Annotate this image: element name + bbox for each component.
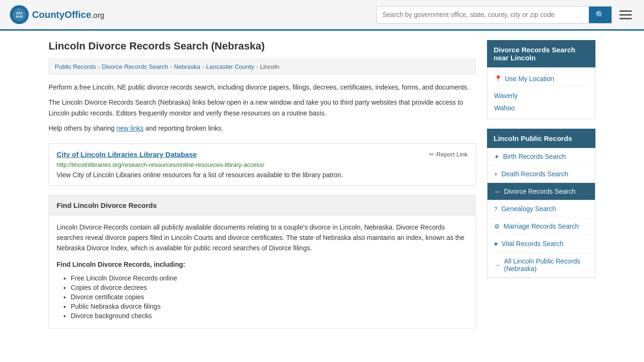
vital-icon: ♥ <box>494 240 498 247</box>
public-records-section: Lincoln Public Records ✦ Birth Records S… <box>487 129 595 278</box>
use-location-label: Use My Location <box>505 75 554 82</box>
divorce-records-link: Divorce Records Search <box>504 188 576 195</box>
sidebar-item-all-records[interactable]: → All Lincoln Public Records (Nebraska) <box>487 253 595 278</box>
header-right: 🔍 <box>376 6 635 24</box>
marriage-icon: ⚙ <box>494 223 500 230</box>
find-section: Find Lincoln Divorce Records Lincoln Div… <box>49 195 476 329</box>
svg-text:⚖: ⚖ <box>16 10 23 19</box>
sidebar-item-divorce-records[interactable]: ↔ Divorce Records Search <box>487 183 595 200</box>
nearby-wahoo[interactable]: Wahoo <box>494 102 588 114</box>
find-section-body: Lincoln Divorce Records contain all publ… <box>49 215 475 329</box>
nearby-waverly[interactable]: Waverly <box>494 90 588 102</box>
page-title: Lincoln Divorce Records Search (Nebraska… <box>49 40 476 52</box>
near-section: Divorce Records Search near Lincoln 📍 Us… <box>487 40 595 119</box>
genealogy-link[interactable]: Genealogy Search <box>501 205 556 213</box>
menu-button[interactable] <box>617 8 635 22</box>
marriage-records-link[interactable]: Marriage Records Search <box>504 222 579 230</box>
main-container: Lincoln Divorce Records Search (Nebraska… <box>39 31 605 338</box>
list-item: Divorce certificate copies <box>71 293 468 301</box>
site-header: ⚖ CountyOffice.org 🔍 <box>0 0 644 31</box>
breadcrumb-sep-2: › <box>170 63 172 70</box>
record-card-title[interactable]: City of Lincoln Libraries Library Databa… <box>57 150 197 158</box>
search-icon: 🔍 <box>595 10 605 19</box>
all-records-link[interactable]: All Lincoln Public Records (Nebraska) <box>504 257 588 272</box>
find-section-subheading: Find Lincoln Divorce Records, including: <box>57 259 468 270</box>
sidebar-item-marriage-records[interactable]: ⚙ Marriage Records Search <box>487 218 595 235</box>
location-icon: 📍 <box>494 75 502 82</box>
record-card: City of Lincoln Libraries Library Databa… <box>49 143 476 186</box>
record-card-url[interactable]: http://lincolnlibraries.org/research-res… <box>57 161 468 168</box>
search-bar: 🔍 <box>376 6 612 24</box>
sidebar-item-birth-records[interactable]: ✦ Birth Records Search <box>487 148 595 165</box>
sidebar: Divorce Records Search near Lincoln 📍 Us… <box>487 40 595 329</box>
birth-icon: ✦ <box>494 153 499 160</box>
find-section-list: Free Lincoln Divorce Records online Copi… <box>57 274 468 320</box>
birth-records-link[interactable]: Birth Records Search <box>503 153 566 160</box>
breadcrumb-sep-1: › <box>98 63 99 70</box>
breadcrumb-public-records[interactable]: Public Records <box>55 63 96 70</box>
new-links-link[interactable]: new links <box>116 124 144 132</box>
vital-records-link[interactable]: Vital Records Search <box>502 240 563 247</box>
list-item: Copies of divorce decrees <box>71 284 468 291</box>
menu-line-1 <box>619 10 632 12</box>
breadcrumb-sep-4: › <box>256 63 258 70</box>
near-box: 📍 Use My Location Waverly Wahoo <box>487 67 595 119</box>
public-records-title: Lincoln Public Records <box>487 129 595 148</box>
menu-line-3 <box>619 18 632 19</box>
description-1: Perform a free Lincoln, NE public divorc… <box>49 82 476 92</box>
breadcrumb: Public Records › Divorce Records Search … <box>49 59 476 74</box>
content-area: Lincoln Divorce Records Search (Nebraska… <box>49 40 476 329</box>
list-item: Divorce background checks <box>71 312 468 320</box>
use-my-location[interactable]: 📍 Use My Location <box>494 72 588 86</box>
public-records-box: ✦ Birth Records Search + Death Records S… <box>487 148 595 278</box>
find-section-body-text: Lincoln Divorce Records contain all publ… <box>57 222 468 254</box>
near-title: Divorce Records Search near Lincoln <box>487 40 595 67</box>
logo-text: CountyOffice.org <box>32 9 104 20</box>
report-link-label: Report Link <box>437 151 468 158</box>
description-3: Help others by sharing new links and rep… <box>49 123 476 133</box>
menu-line-2 <box>619 14 632 16</box>
all-records-icon: → <box>494 262 500 269</box>
record-card-desc: View City of Lincoln Libraries online re… <box>57 171 468 179</box>
logo-icon: ⚖ <box>9 5 29 25</box>
sidebar-item-death-records[interactable]: + Death Records Search <box>487 165 595 183</box>
desc3-post: and reporting broken links. <box>144 124 223 132</box>
list-item: Free Lincoln Divorce Records online <box>71 274 468 282</box>
breadcrumb-lancaster-county[interactable]: Lancaster County <box>206 63 254 70</box>
find-section-header: Find Lincoln Divorce Records <box>49 196 475 215</box>
sidebar-item-genealogy[interactable]: ? Genealogy Search <box>487 200 595 218</box>
genealogy-icon: ? <box>494 206 497 213</box>
breadcrumb-divorce-records-search[interactable]: Divorce Records Search <box>102 63 168 70</box>
breadcrumb-lincoln: Lincoln <box>260 63 279 70</box>
breadcrumb-sep-3: › <box>202 63 204 70</box>
divorce-icon: ↔ <box>494 188 500 195</box>
search-input[interactable] <box>377 7 589 22</box>
desc3-pre: Help others by sharing <box>49 124 116 132</box>
logo-area: ⚖ CountyOffice.org <box>9 5 104 25</box>
list-item: Public Nebraska divorce filings <box>71 303 468 310</box>
search-button[interactable]: 🔍 <box>589 7 611 23</box>
death-icon: + <box>494 171 498 178</box>
sidebar-item-vital-records[interactable]: ♥ Vital Records Search <box>487 235 595 253</box>
description-2: The Lincoln Divorce Records Search (Nebr… <box>49 97 476 118</box>
scissors-icon: ✂ <box>429 151 434 158</box>
death-records-link[interactable]: Death Records Search <box>502 170 569 178</box>
report-link[interactable]: ✂ Report Link <box>429 151 468 158</box>
breadcrumb-nebraska[interactable]: Nebraska <box>174 63 200 70</box>
record-card-header: City of Lincoln Libraries Library Databa… <box>57 150 468 158</box>
